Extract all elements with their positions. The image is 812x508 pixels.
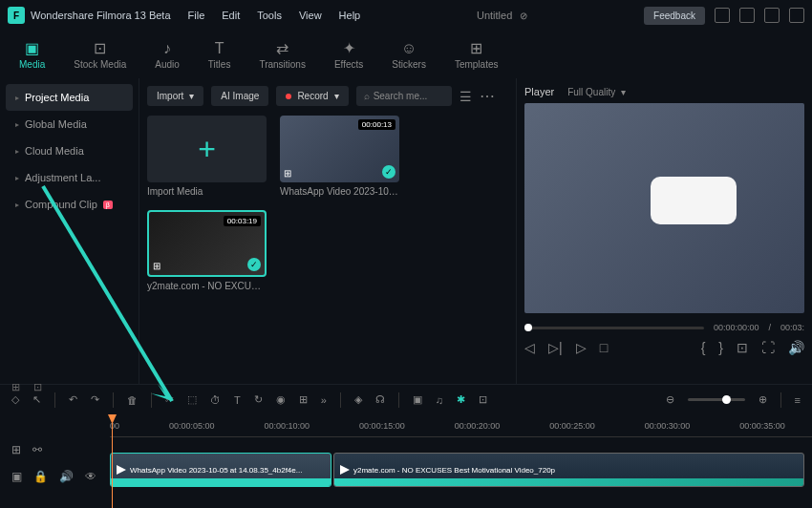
tab-effects[interactable]: ✦Effects	[334, 39, 363, 70]
tab-stock-media[interactable]: ⊡Stock Media	[74, 39, 126, 70]
video-track-icon[interactable]: ▣	[11, 470, 22, 483]
timeline-clip-2[interactable]: y2mate.com - NO EXCUSES Best Motivationa…	[333, 453, 804, 487]
layers-icon: ⊞	[284, 168, 291, 179]
render-icon[interactable]: ▣	[413, 393, 422, 406]
split-icon[interactable]: ✂	[165, 393, 174, 406]
feedback-button[interactable]: Feedback	[644, 7, 705, 25]
ai-image-button[interactable]: AI Image	[211, 86, 268, 106]
group-icon[interactable]: ⊞	[299, 393, 308, 406]
layout-icon[interactable]	[715, 8, 730, 23]
progress-bar[interactable]	[524, 327, 704, 329]
audio-icon: ♪	[163, 40, 171, 57]
plus-icon: +	[198, 132, 216, 167]
volume-icon[interactable]: 🔊	[788, 340, 804, 355]
menu-edit[interactable]: Edit	[222, 10, 240, 21]
sidebar-compound-clip[interactable]: ▸Compound Clipβ	[6, 191, 133, 218]
transitions-icon: ⇄	[276, 39, 288, 57]
timeline-options-icon[interactable]: ≡	[795, 394, 801, 406]
current-time: 00:00:00:00	[714, 323, 759, 332]
delete-icon[interactable]: 🗑	[127, 394, 138, 406]
tab-stickers[interactable]: ☺Stickers	[392, 40, 426, 70]
import-dropdown[interactable]: Import▾	[147, 86, 203, 106]
video-preview[interactable]	[524, 103, 804, 313]
lock-icon[interactable]: 🔒	[33, 470, 48, 483]
check-icon: ✓	[382, 165, 395, 179]
rotate-icon[interactable]: ↻	[254, 393, 263, 406]
playhead[interactable]	[112, 414, 113, 508]
tab-media[interactable]: ▣Media	[19, 39, 45, 70]
search-input[interactable]: ⌕Search me...	[356, 86, 452, 106]
check-icon: ✓	[247, 258, 261, 271]
progress-handle[interactable]	[524, 324, 532, 331]
mute-icon[interactable]: 🔊	[59, 470, 74, 483]
play-icon[interactable]: ▷	[576, 340, 587, 355]
caret-icon: ▸	[15, 201, 19, 209]
play-start-icon[interactable]: ▷|	[548, 340, 563, 355]
menu-view[interactable]: View	[299, 10, 322, 21]
sidebar-adjustment-layer[interactable]: ▸Adjustment La...	[6, 164, 133, 191]
doc-title[interactable]: Untitled	[477, 10, 512, 21]
sidebar-project-media[interactable]: ▸Project Media	[6, 84, 133, 111]
prev-frame-icon[interactable]: ◁	[524, 340, 535, 355]
quality-dropdown[interactable]: Full Quality▾	[567, 87, 626, 97]
mixer-icon[interactable]: ☊	[375, 393, 385, 406]
sidebar-global-media[interactable]: ▸Global Media	[6, 111, 133, 138]
fullscreen-icon[interactable]: ⛶	[761, 340, 775, 355]
timeline-ruler[interactable]: 00 00:00:05:00 00:00:10:00 00:00:15:00 0…	[0, 414, 812, 437]
record-dropdown[interactable]: Record▾	[276, 86, 348, 106]
filter-icon[interactable]: ☰	[459, 89, 472, 104]
folder-icon[interactable]: ⊡	[33, 381, 42, 393]
mark-out-icon[interactable]: }	[718, 340, 723, 355]
mark-in-icon[interactable]: {	[701, 340, 706, 355]
add-track-icon[interactable]: ⊞	[11, 443, 21, 456]
text-icon[interactable]: T	[234, 394, 241, 406]
visibility-icon[interactable]: 👁	[85, 470, 96, 483]
import-media-tile[interactable]: + Import Media	[147, 116, 267, 197]
stock-icon: ⊡	[94, 39, 106, 57]
crop-icon[interactable]: ⬚	[187, 393, 197, 406]
redo-icon[interactable]: ↷	[91, 393, 99, 406]
subtitle-icon[interactable]: ✱	[457, 393, 465, 406]
keyframe-icon[interactable]: ◇	[11, 393, 19, 406]
app-logo: F	[8, 7, 25, 24]
clip-play-icon	[340, 465, 350, 475]
beta-badge: β	[103, 201, 113, 209]
speed-icon[interactable]: ⏱	[210, 394, 221, 406]
menu-file[interactable]: File	[188, 10, 205, 21]
link-icon[interactable]: ⚯	[32, 443, 42, 456]
undo-icon[interactable]: ↶	[69, 393, 77, 406]
templates-icon: ⊞	[470, 39, 482, 57]
zoom-out-icon[interactable]: ⊖	[666, 393, 674, 406]
selection-icon[interactable]: ↖	[32, 393, 41, 406]
tab-titles[interactable]: TTitles	[208, 40, 231, 70]
tab-templates[interactable]: ⊞Templates	[455, 39, 499, 70]
cloud-icon[interactable]	[764, 8, 780, 23]
marker-icon[interactable]: ◈	[354, 393, 362, 406]
record-icon[interactable]: ⊡	[479, 393, 487, 406]
record-dot-icon	[286, 94, 291, 99]
grid-icon[interactable]	[789, 8, 804, 23]
folder-add-icon[interactable]: ⊞	[11, 381, 20, 393]
media-icon: ▣	[25, 39, 39, 57]
zoom-slider[interactable]	[688, 398, 745, 401]
color-icon[interactable]: ◉	[276, 393, 286, 406]
timeline-clip-1[interactable]: WhatsApp Video 2023-10-05 at 14.08.35_4b…	[110, 453, 331, 487]
more-tools-icon[interactable]: »	[321, 394, 327, 406]
snapshot-icon[interactable]: ⊡	[737, 340, 748, 355]
menu-tools[interactable]: Tools	[257, 10, 282, 21]
zoom-handle[interactable]	[722, 395, 731, 404]
layers-icon: ⊞	[153, 261, 160, 271]
media-clip-y2mate[interactable]: 00:03:19⊞✓ y2mate.com - NO EXCUSES ...	[147, 210, 267, 291]
more-icon[interactable]: ⋯	[480, 87, 495, 105]
clip-play-icon	[117, 465, 126, 475]
audio-sync-icon[interactable]: ♫	[436, 394, 443, 406]
caret-icon: ▸	[15, 120, 19, 129]
zoom-in-icon[interactable]: ⊕	[759, 393, 767, 406]
stop-icon[interactable]: □	[600, 340, 608, 355]
menu-help[interactable]: Help	[339, 10, 361, 21]
sidebar-cloud-media[interactable]: ▸Cloud Media	[6, 138, 133, 164]
save-icon[interactable]	[739, 8, 755, 23]
tab-audio[interactable]: ♪Audio	[155, 40, 180, 70]
tab-transitions[interactable]: ⇄Transitions	[259, 39, 306, 70]
media-clip-whatsapp[interactable]: 00:00:13⊞✓ WhatsApp Video 2023-10-05...	[280, 116, 399, 197]
